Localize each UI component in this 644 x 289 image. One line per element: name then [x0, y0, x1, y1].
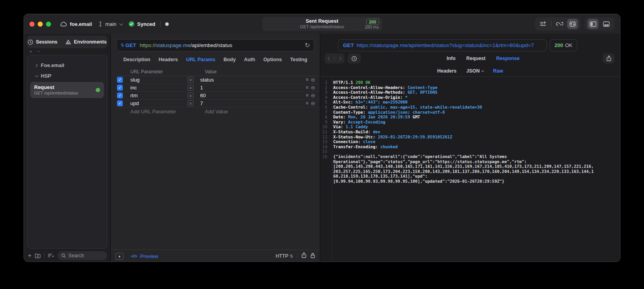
session-dot-indicator[interactable] — [165, 22, 169, 26]
sent-request-url[interactable]: GET https://statuspage.me/api/embed/stat… — [338, 39, 547, 51]
share-request-button[interactable] — [301, 252, 306, 260]
param-name[interactable]: slug — [130, 77, 188, 83]
line-number: 7 — [320, 110, 330, 115]
add-param-placeholder[interactable]: Add URL Parameter — [130, 109, 188, 115]
reorder-icon[interactable]: ≡ — [306, 77, 308, 83]
param-checkbox[interactable]: ✓ — [117, 85, 123, 91]
import-export-button[interactable] — [538, 19, 549, 29]
tab-environments[interactable]: Environments — [65, 39, 106, 45]
forward-button[interactable] — [335, 57, 345, 60]
reorder-icon[interactable]: ≡ — [306, 100, 308, 106]
request-method[interactable]: GET — [125, 42, 136, 48]
remove-row-icon[interactable]: ⊖ — [311, 85, 315, 91]
loop-arrows-icon — [556, 21, 563, 27]
back-button[interactable] — [325, 57, 334, 60]
tab-headers[interactable]: Headers — [159, 57, 178, 62]
line-content: Operational"},"page":"status","page_url"… — [330, 159, 527, 164]
close-window-button[interactable] — [29, 22, 35, 27]
reorder-icon[interactable]: ≡ — [306, 93, 308, 98]
expand-panel-button[interactable]: ▲ — [115, 253, 124, 260]
line-content: Access-Control-Allow-Methods: GET, OPTIO… — [330, 90, 438, 95]
layout-group — [585, 17, 615, 31]
line-number: 6 — [320, 105, 330, 110]
param-name[interactable]: upd — [130, 100, 188, 106]
param-name[interactable]: inc — [130, 85, 188, 91]
status-code-badge: 200 — [366, 19, 379, 25]
toggle-sidebar-button[interactable] — [587, 19, 598, 29]
sync-label: Synced — [137, 21, 155, 27]
branch-switcher[interactable]: main — [99, 21, 122, 27]
new-folder-button[interactable] — [35, 253, 41, 258]
lock-button[interactable] — [310, 253, 315, 260]
remove-session-button[interactable]: − — [37, 49, 40, 53]
add-request-button[interactable]: + — [28, 252, 31, 259]
tree-item-request[interactable]: Request GET /api/embed/status — [30, 82, 104, 98]
history-button[interactable] — [348, 53, 361, 64]
add-value-placeholder[interactable]: Add Value — [198, 109, 300, 115]
line-number: 5 — [320, 100, 330, 105]
tab-body[interactable]: Body — [223, 57, 235, 62]
param-checkbox[interactable]: ✓ — [117, 100, 123, 106]
tab-auth[interactable]: Auth — [244, 57, 255, 62]
param-checkbox[interactable]: ✓ — [117, 93, 123, 98]
workspace-switcher[interactable]: foe.email — [60, 21, 92, 27]
session-list-actions: + − — [24, 48, 110, 54]
param-row-upd: ✓upd=7≡⊖ — [116, 100, 320, 107]
lock-icon — [310, 253, 315, 258]
param-name[interactable]: rtm — [130, 93, 188, 98]
tab-sessions[interactable]: Sessions — [27, 39, 57, 45]
tab-response[interactable]: Response — [496, 56, 520, 61]
tree-group-hsp[interactable]: HSP — [30, 71, 104, 81]
tab-request[interactable]: Request — [466, 56, 485, 61]
protocol-selector[interactable]: HTTP ⇅ — [275, 253, 293, 259]
tab-raw[interactable]: Raw — [493, 68, 503, 74]
search-icon — [61, 253, 66, 258]
line-number — [320, 174, 330, 179]
toggle-bottom-panel-button[interactable] — [601, 19, 612, 29]
sync-status[interactable]: Synced — [128, 21, 155, 27]
protocol-label: HTTP — [275, 253, 288, 259]
tools-group — [535, 17, 581, 31]
request-panel-toggle[interactable] — [567, 19, 578, 29]
remove-row-icon[interactable]: ⊖ — [311, 77, 315, 83]
tab-label: Info — [447, 56, 456, 61]
tab-url-params[interactable]: URL Params — [186, 57, 215, 62]
send-reload-icon[interactable]: ↻ — [305, 42, 310, 49]
remove-row-icon[interactable]: ⊖ — [311, 100, 315, 106]
param-checkbox[interactable]: ✓ — [117, 77, 123, 83]
add-session-button[interactable]: + — [29, 49, 33, 53]
request-url-bar[interactable]: ⇅ GET https://statuspage.me/api/embed/st… — [116, 39, 314, 51]
remove-row-icon[interactable]: ⊖ — [311, 93, 315, 98]
url-path: /api/embed/status — [190, 42, 232, 48]
zoom-window-button[interactable] — [46, 22, 51, 27]
response-body[interactable]: 1HTTP/1.1 200 OK2Access-Control-Allow-He… — [320, 77, 620, 262]
param-value[interactable]: status — [198, 77, 300, 83]
method-dropdown-icon[interactable]: ⇅ — [120, 43, 124, 48]
preview-button[interactable]: </> Preview — [131, 253, 158, 259]
tab-json[interactable]: JSON — [466, 68, 483, 74]
request-status-pill[interactable]: Sent Request GET /api/embed/status 200 2… — [262, 17, 382, 31]
tab-headers[interactable]: Headers — [437, 68, 456, 74]
request-tree: Foe.email HSP Request GET /api/embed/sta… — [27, 55, 108, 249]
tree-group-foe-email[interactable]: Foe.email — [30, 60, 104, 71]
tab-label: Testing — [290, 57, 307, 62]
response-status-code: 200 — [555, 42, 563, 48]
line-content: 203,257,225,165,250,173,204,223,158,208,… — [330, 169, 594, 174]
tab-description[interactable]: Description — [123, 57, 150, 62]
code-line: 7Content-Type: application/json; charset… — [320, 110, 620, 115]
tab-options[interactable]: Options — [263, 57, 282, 62]
reorder-icon[interactable]: ≡ — [306, 85, 308, 91]
tab-info[interactable]: Info — [447, 56, 456, 61]
sync-loop-button[interactable] — [554, 19, 565, 29]
tab-testing[interactable]: Testing — [290, 57, 307, 62]
param-value[interactable]: 1 — [198, 85, 300, 91]
param-value[interactable]: 60 — [198, 93, 300, 98]
params-rows: ✓slug=status≡⊖✓inc=1≡⊖✓rtm=60≡⊖✓upd=7≡⊖ — [116, 76, 320, 107]
sort-filter-button[interactable] — [47, 253, 55, 258]
export-response-button[interactable] — [603, 53, 615, 64]
minimize-window-button[interactable] — [38, 22, 43, 27]
cloud-icon — [60, 21, 67, 27]
sidebar-search-input[interactable]: Search — [58, 251, 107, 260]
param-value[interactable]: 7 — [198, 100, 300, 106]
request-response-icon — [569, 21, 576, 27]
